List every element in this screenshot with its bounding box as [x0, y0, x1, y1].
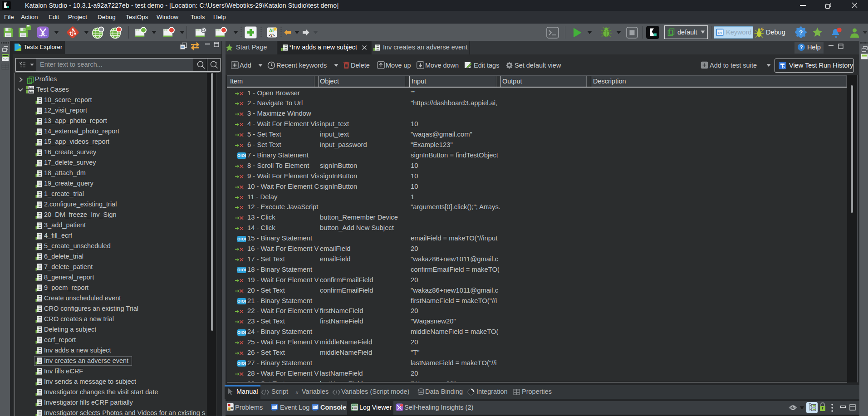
svg-text:</>: </> — [717, 31, 723, 35]
svg-text:</>: </> — [269, 33, 275, 38]
svg-text:LOG: LOG — [353, 404, 356, 406]
svg-text:HEALING: HEALING — [39, 34, 47, 37]
svg-text:x: x — [295, 389, 299, 395]
svg-text:AI: AI — [269, 28, 274, 33]
svg-text:?: ? — [799, 29, 803, 36]
svg-text:?: ? — [799, 44, 803, 50]
